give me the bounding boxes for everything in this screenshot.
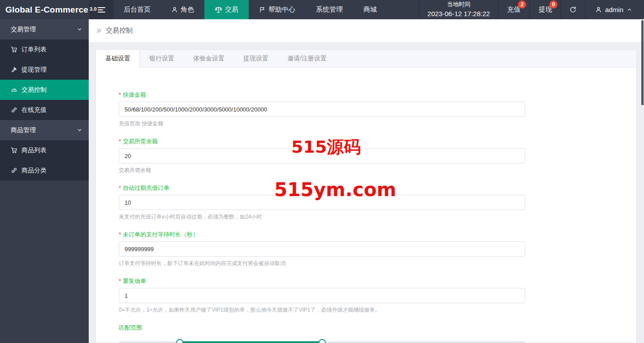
gauge-icon <box>11 86 17 93</box>
app-logo: Global E-Commerce 3.0 <box>0 0 89 19</box>
field-hint: 交易所需余额 <box>119 167 525 173</box>
auto-expire-order-input[interactable] <box>119 195 525 210</box>
link-icon <box>11 167 17 174</box>
field-label: *自动过期充值订单 <box>119 185 525 191</box>
sidebar-item-product-list[interactable]: 商品列表 <box>0 140 89 160</box>
breadcrumb-title: 交易控制 <box>106 26 133 35</box>
sidebar-item-product-category[interactable]: 商品分类 <box>0 160 89 180</box>
sidebar-item-label: 交易控制 <box>22 86 47 94</box>
payment-wait-time-input[interactable] <box>119 241 525 257</box>
tab-withdraw-settings[interactable]: 提现设置 <box>234 50 278 67</box>
tab-basic-settings[interactable]: 基础设置 <box>96 50 140 68</box>
required-asterisk: * <box>119 184 121 191</box>
nav-item-help-center[interactable]: 帮助中心 <box>249 0 306 19</box>
chevron-down-icon <box>77 127 82 133</box>
header-right: 当地时间 2023-06-12 17:28:22 充值 2 提现 0 admin <box>419 0 644 19</box>
sidebar-group-label: 商品管理 <box>11 126 36 134</box>
top-header: Global E-Commerce 3.0 后台首页 角色 交易 帮助中心 系统… <box>0 0 644 19</box>
field-hint: 充值页面 快捷金额 <box>119 120 525 127</box>
quick-amount-input[interactable] <box>119 102 525 117</box>
local-time: 当地时间 2023-06-12 17:28:22 <box>419 0 498 19</box>
nav-label: 角色 <box>181 5 194 14</box>
local-time-label: 当地时间 <box>447 0 470 9</box>
sidebar-item-label: 商品分类 <box>22 167 47 175</box>
field-label: *重复做单 <box>119 278 525 284</box>
nav-label: 帮助中心 <box>268 5 295 14</box>
sidebar-group-trade-management[interactable]: 交易管理 <box>0 19 89 39</box>
nav-label: 系统管理 <box>316 5 343 14</box>
app-name: Global E-Commerce <box>5 5 88 15</box>
recharge-badge: 2 <box>518 0 526 9</box>
field-label: *未订单的支付等待时长（秒） <box>119 232 525 238</box>
link-icon <box>11 107 17 113</box>
field-match-range: 匹配范围 <box>119 325 525 343</box>
repeat-order-input[interactable] <box>119 288 525 303</box>
local-time-value: 2023-06-12 17:28:22 <box>428 9 490 19</box>
username: admin <box>605 6 623 13</box>
user-menu[interactable]: admin <box>585 0 644 19</box>
sidebar-group-label: 交易管理 <box>11 26 36 34</box>
field-label-text: 匹配范围 <box>119 324 142 331</box>
nav-item-mall[interactable]: 商城 <box>353 0 387 19</box>
nav-item-roles[interactable]: 角色 <box>161 0 204 19</box>
nav-label: 商城 <box>363 5 377 14</box>
nav-item-system[interactable]: 系统管理 <box>306 0 353 19</box>
nav-label: 交易 <box>225 5 238 14</box>
tab-invite-register-settings[interactable]: 邀请/注册设置 <box>278 50 336 67</box>
field-label: *交易所需余额 <box>119 138 525 145</box>
person-icon <box>595 6 602 13</box>
sidebar-group-product-management[interactable]: 商品管理 <box>0 120 89 140</box>
tab-trial-bonus-settings[interactable]: 体验金设置 <box>184 50 234 67</box>
gavel-icon <box>11 66 17 73</box>
field-auto-expire-order: *自动过期充值订单 未支付的充值订单x小时后自动过期，必须为整数，如24小时 <box>119 185 525 220</box>
sidebar-item-online-recharge[interactable]: 在线充值 <box>0 100 89 120</box>
nav-label: 后台首页 <box>124 5 151 14</box>
nav-item-dashboard[interactable]: 后台首页 <box>113 0 161 19</box>
double-chevron-right-icon <box>95 27 102 34</box>
field-label: 匹配范围 <box>119 325 525 331</box>
cart-icon <box>11 147 17 154</box>
field-label-text: 交易所需余额 <box>123 138 158 145</box>
field-hint: 订单支付等待时长，新下订单未在此时间内容完成支付将会被自动取消 <box>119 260 525 266</box>
sidebar-item-label: 商品列表 <box>22 146 47 154</box>
app-version: 3.0 <box>90 6 97 12</box>
trade-required-balance-input[interactable] <box>119 148 525 163</box>
tab-bank-settings[interactable]: 银行设置 <box>140 50 184 67</box>
refresh-icon <box>569 6 577 13</box>
slider-handle-max[interactable] <box>319 339 326 343</box>
person-icon <box>171 6 178 13</box>
withdraw-badge: 0 <box>549 0 558 9</box>
sidebar-item-label: 提现管理 <box>22 66 47 74</box>
sidebar-item-label: 在线充值 <box>22 106 47 114</box>
tab-label: 邀请/注册设置 <box>287 55 327 63</box>
field-label: *快捷金额 <box>119 92 525 98</box>
sidebar-item-withdraw-management[interactable]: 提现管理 <box>0 60 89 80</box>
sidebar-item-label: 订单列表 <box>22 46 47 54</box>
nav-item-trade[interactable]: 交易 <box>204 0 249 19</box>
withdraw-button[interactable]: 提现 0 <box>529 0 561 19</box>
scale-icon <box>215 6 222 13</box>
tab-label: 提现设置 <box>243 55 268 63</box>
vertical-scrollbar-thumb[interactable] <box>641 20 644 105</box>
field-trade-required-balance: *交易所需余额 交易所需余额 <box>119 138 525 173</box>
tab-label: 基础设置 <box>105 55 130 63</box>
field-label-text: 自动过期充值订单 <box>123 184 169 191</box>
field-hint: 未支付的充值订单x小时后自动过期，必须为整数，如24小时 <box>119 214 525 220</box>
cart-icon <box>11 46 17 53</box>
slider-handle-min[interactable] <box>176 339 183 343</box>
field-payment-wait-time: *未订单的支付等待时长（秒） 订单支付等待时长，新下订单未在此时间内容完成支付将… <box>119 232 525 266</box>
settings-panel: 基础设置 银行设置 体验金设置 提现设置 邀请/注册设置 *快捷金额 充值页面 … <box>95 49 637 343</box>
refresh-button[interactable] <box>561 0 585 19</box>
settings-tabs: 基础设置 银行设置 体验金设置 提现设置 邀请/注册设置 <box>96 50 636 68</box>
recharge-button[interactable]: 充值 2 <box>498 0 529 19</box>
required-asterisk: * <box>119 91 121 98</box>
field-label-text: 快捷金额 <box>123 91 146 98</box>
sidebar-item-order-list[interactable]: 订单列表 <box>0 39 89 60</box>
field-label-text: 重复做单 <box>123 278 146 284</box>
match-range-slider <box>119 339 525 343</box>
required-asterisk: * <box>119 231 121 238</box>
chevron-down-icon <box>77 26 82 32</box>
field-quick-amount: *快捷金额 充值页面 快捷金额 <box>119 92 525 127</box>
sidebar-item-trade-control[interactable]: 交易控制 <box>0 80 89 100</box>
flag-icon <box>259 6 266 13</box>
